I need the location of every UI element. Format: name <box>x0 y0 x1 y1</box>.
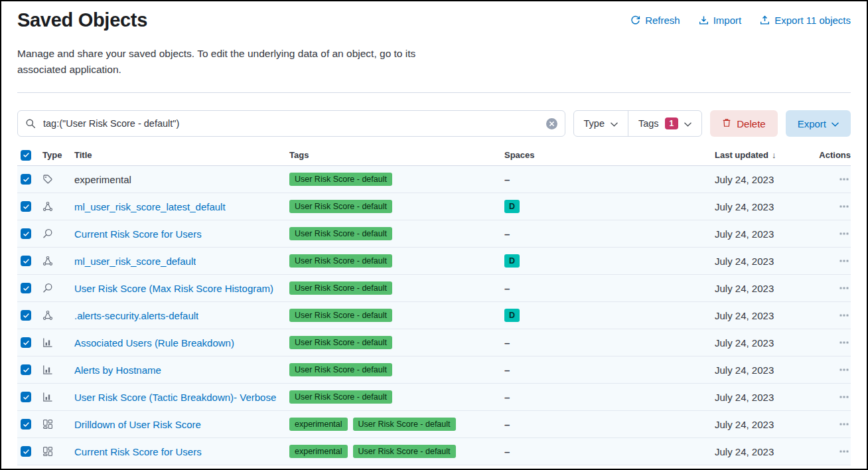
export-selected-button[interactable]: Export <box>786 110 851 137</box>
tag-badge[interactable]: User Risk Score - default <box>289 200 392 213</box>
page-title: Saved Objects <box>17 9 147 31</box>
table-row: experimentalUser Risk Score - default–Ju… <box>17 166 851 193</box>
ml-job-icon <box>42 201 53 212</box>
row-actions-button[interactable] <box>837 254 851 268</box>
row-actions-button[interactable] <box>837 227 851 240</box>
table-row: .alerts-security.alerts-defaultUser Risk… <box>17 302 851 329</box>
tag-badge[interactable]: experimental <box>289 445 348 458</box>
tag-badge[interactable]: User Risk Score - default <box>289 390 392 404</box>
object-title[interactable]: User Risk Score (Max Risk Score Histogra… <box>74 283 273 294</box>
column-header-title[interactable]: Title <box>72 150 287 160</box>
export-all-button[interactable]: Export 11 objects <box>760 15 851 26</box>
visualization-icon <box>42 337 53 348</box>
object-title: experimental <box>74 174 131 185</box>
toolbar: Type Tags 1 Delete Export <box>17 110 851 137</box>
refresh-icon <box>630 15 640 25</box>
ml-job-icon <box>42 310 53 321</box>
row-checkbox[interactable] <box>21 283 31 293</box>
tag-badge[interactable]: User Risk Score - default <box>289 281 392 295</box>
object-title[interactable]: Alerts by Hostname <box>74 364 161 376</box>
row-checkbox[interactable] <box>21 446 31 457</box>
last-updated-value: July 24, 2023 <box>712 337 828 349</box>
row-checkbox[interactable] <box>21 201 31 212</box>
object-title[interactable]: .alerts-security.alerts-default <box>74 310 198 321</box>
tag-badge[interactable]: User Risk Score - default <box>289 363 392 376</box>
tag-badge[interactable]: User Risk Score - default <box>289 254 392 268</box>
table-body: experimentalUser Risk Score - default–Ju… <box>17 166 851 465</box>
row-checkbox[interactable] <box>21 364 31 375</box>
row-actions-button[interactable] <box>837 309 851 322</box>
search-icon <box>25 118 36 129</box>
row-actions-button[interactable] <box>837 445 851 458</box>
table-row: Current Risk Score for UsersUser Risk Sc… <box>17 220 851 248</box>
column-header-spaces: Spaces <box>502 150 712 160</box>
row-checkbox[interactable] <box>21 337 31 348</box>
tag-badge[interactable]: User Risk Score - default <box>289 309 392 322</box>
row-actions-button[interactable] <box>837 336 851 349</box>
tags-filter-count-badge: 1 <box>665 118 679 129</box>
tag-badge[interactable]: User Risk Score - default <box>353 445 456 458</box>
tag-badge[interactable]: User Risk Score - default <box>353 418 456 431</box>
visualization-icon <box>42 364 53 375</box>
tags-filter-button[interactable]: Tags 1 <box>628 111 701 136</box>
type-filter-button[interactable]: Type <box>574 111 628 136</box>
delete-button[interactable]: Delete <box>710 110 777 137</box>
object-title[interactable]: Associated Users (Rule Breakdown) <box>74 337 234 349</box>
row-actions-button[interactable] <box>837 173 851 186</box>
row-checkbox[interactable] <box>21 392 31 402</box>
no-spaces-dash: – <box>504 419 510 430</box>
export-selected-label: Export <box>798 118 826 129</box>
import-icon <box>699 15 709 25</box>
row-actions-button[interactable] <box>837 200 851 213</box>
object-title[interactable]: ml_user_risk_score_latest_default <box>74 201 226 212</box>
row-actions-button[interactable] <box>837 363 851 376</box>
object-title[interactable]: Drilldown of User Risk Score <box>74 419 201 430</box>
table-row: User Risk Score (Max Risk Score Histogra… <box>17 275 851 302</box>
last-updated-value: July 24, 2023 <box>712 256 828 267</box>
table-row: Current Risk Score for Usersexperimental… <box>17 438 851 465</box>
column-header-last-updated[interactable]: Last updated ↓ <box>712 150 828 160</box>
no-spaces-dash: – <box>504 392 510 403</box>
row-checkbox[interactable] <box>21 310 31 321</box>
tag-badge[interactable]: User Risk Score - default <box>289 336 392 349</box>
tag-badge[interactable]: User Risk Score - default <box>289 173 392 186</box>
last-updated-label: Last updated <box>715 150 768 160</box>
chevron-down-icon <box>832 122 839 127</box>
row-checkbox[interactable] <box>21 174 31 185</box>
column-header-type[interactable]: Type <box>40 150 72 160</box>
row-actions-button[interactable] <box>837 418 851 431</box>
table-header: Type Title Tags Spaces Last updated ↓ Ac… <box>17 145 851 166</box>
object-title[interactable]: ml_user_risk_score_default <box>74 256 196 267</box>
tag-badge[interactable]: experimental <box>289 418 348 431</box>
import-button[interactable]: Import <box>699 15 742 26</box>
table-row: Alerts by HostnameUser Risk Score - defa… <box>17 356 851 384</box>
page-header: Saved Objects Refresh Import Export 11 o… <box>17 1 851 31</box>
no-spaces-dash: – <box>504 174 510 185</box>
visualization-icon <box>42 392 53 402</box>
export-all-label: Export 11 objects <box>774 15 851 26</box>
saved-objects-table: Type Title Tags Spaces Last updated ↓ Ac… <box>17 145 851 465</box>
table-row: ml_user_risk_score_latest_defaultUser Ri… <box>17 193 851 220</box>
no-spaces-dash: – <box>504 337 510 349</box>
object-title[interactable]: User Risk Score (Tactic Breakdown)- Verb… <box>74 392 276 403</box>
object-title[interactable]: Current Risk Score for Users <box>74 446 202 457</box>
last-updated-value: July 24, 2023 <box>712 446 828 457</box>
row-actions-button[interactable] <box>837 390 851 404</box>
row-checkbox[interactable] <box>21 228 31 239</box>
no-spaces-dash: – <box>504 446 510 457</box>
clear-search-icon[interactable] <box>546 118 557 129</box>
search-box <box>17 110 565 137</box>
row-checkbox[interactable] <box>21 256 31 266</box>
row-checkbox[interactable] <box>21 419 31 430</box>
search-input[interactable] <box>42 118 540 129</box>
dashboard-icon <box>42 419 53 430</box>
row-actions-button[interactable] <box>837 281 851 295</box>
tag-icon <box>42 174 53 185</box>
object-title[interactable]: Current Risk Score for Users <box>74 228 202 240</box>
refresh-button[interactable]: Refresh <box>630 15 680 26</box>
tag-badge[interactable]: User Risk Score - default <box>289 227 392 240</box>
divider <box>17 92 851 93</box>
select-all-checkbox[interactable] <box>21 150 31 161</box>
header-actions: Refresh Import Export 11 objects <box>630 9 851 26</box>
last-updated-value: July 24, 2023 <box>712 364 828 376</box>
